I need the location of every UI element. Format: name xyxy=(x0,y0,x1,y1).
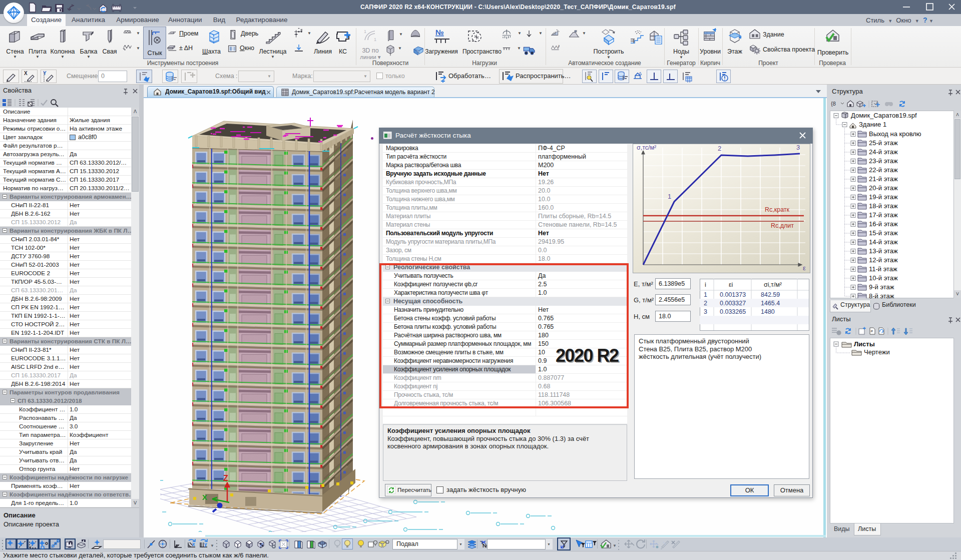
svg-text:σi,т/м²: σi,т/м² xyxy=(764,281,782,288)
svg-text:16-й этаж: 16-й этаж xyxy=(869,220,898,228)
svg-text:1: 1 xyxy=(364,29,366,34)
svg-text:Чертежи: Чертежи xyxy=(864,348,890,356)
svg-text:0.033265: 0.033265 xyxy=(720,308,746,315)
svg-text:20-й этаж: 20-й этаж xyxy=(869,184,898,192)
svg-text:2: 2 xyxy=(704,300,707,307)
svg-text:15-й этаж: 15-й этаж xyxy=(869,229,898,237)
svg-text:{8: {8 xyxy=(831,101,836,107)
svg-text:y: y xyxy=(204,541,207,547)
svg-text:Rc,кратк: Rc,кратк xyxy=(765,206,790,213)
svg-text:21-й этаж: 21-й этаж xyxy=(869,175,898,183)
svg-text:18-й этаж: 18-й этаж xyxy=(869,202,898,210)
svg-text:3: 3 xyxy=(704,308,707,315)
svg-text:№: № xyxy=(435,28,444,37)
svg-text:24-й этаж: 24-й этаж xyxy=(869,148,898,156)
svg-text:14-й этаж: 14-й этаж xyxy=(869,238,898,246)
svg-text:1: 1 xyxy=(668,193,671,200)
svg-text:Листы: Листы xyxy=(854,340,875,348)
svg-text:X: X xyxy=(202,493,207,501)
svg-text:1465.4: 1465.4 xyxy=(761,300,780,307)
svg-text:ε: ε xyxy=(803,264,806,272)
svg-text:1: 1 xyxy=(374,37,376,42)
svg-text:Выход на кровлю: Выход на кровлю xyxy=(869,130,921,138)
svg-text:Домик_Саратов19.spf: Домик_Саратов19.spf xyxy=(851,112,917,119)
svg-text:σ,тс/м²: σ,тс/м² xyxy=(637,144,656,151)
svg-text:1480: 1480 xyxy=(761,308,775,315)
svg-text:Здание 1: Здание 1 xyxy=(859,121,886,128)
svg-text:13-й этаж: 13-й этаж xyxy=(869,247,898,255)
svg-text:10-й этаж: 10-й этаж xyxy=(869,274,898,282)
svg-text:Y: Y xyxy=(43,71,47,76)
svg-text:2: 2 xyxy=(718,145,721,152)
svg-text:19-й этаж: 19-й этаж xyxy=(869,193,898,201)
svg-text:i: i xyxy=(705,281,706,288)
svg-text:1: 1 xyxy=(704,291,707,298)
svg-text:εi: εi xyxy=(729,281,733,288)
svg-text:Δ: Δ xyxy=(639,71,642,76)
svg-text:#: # xyxy=(871,329,873,333)
svg-text:x: x xyxy=(192,541,195,547)
svg-text:9-й этаж: 9-й этаж xyxy=(869,283,894,291)
svg-text:Rc,длит: Rc,длит xyxy=(771,222,794,229)
svg-text:3: 3 xyxy=(796,144,800,151)
svg-text:12-й этаж: 12-й этаж xyxy=(869,256,898,264)
svg-text:8-й этаж: 8-й этаж xyxy=(869,292,894,298)
svg-text:17-й этаж: 17-й этаж xyxy=(869,211,898,219)
svg-text:Z: Z xyxy=(558,45,560,48)
svg-text:842.59: 842.59 xyxy=(761,291,780,298)
svg-text:X: X xyxy=(24,71,28,76)
svg-text:Z: Z xyxy=(223,474,228,482)
svg-text:25-й этаж: 25-й этаж xyxy=(869,139,898,147)
svg-text:11-й этаж: 11-й этаж xyxy=(869,265,897,273)
svg-text:22-й этаж: 22-й этаж xyxy=(869,166,898,174)
svg-text:0.003327: 0.003327 xyxy=(720,300,746,307)
svg-text:0.001373: 0.001373 xyxy=(720,291,746,298)
svg-text:23-й этаж: 23-й этаж xyxy=(869,157,898,165)
